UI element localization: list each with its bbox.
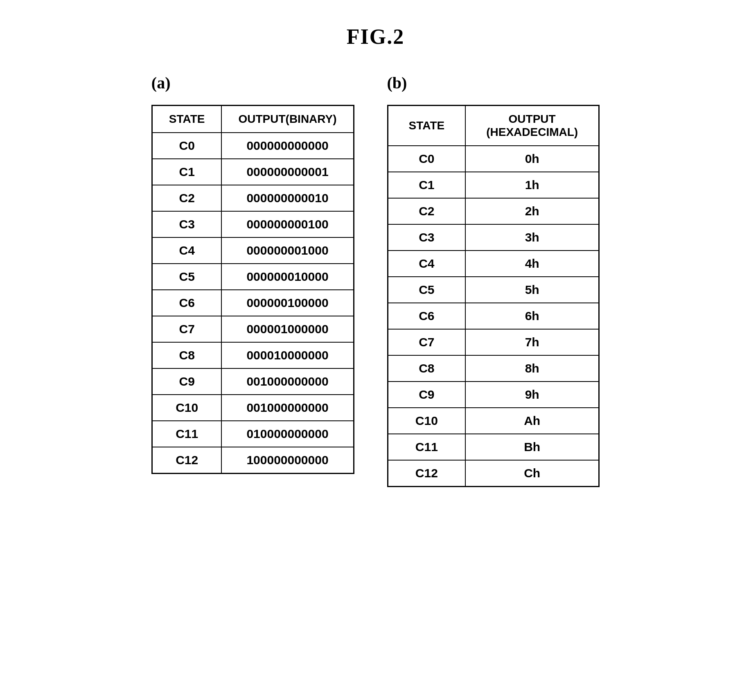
section-a: (a) STATE OUTPUT(BINARY) C0000000000000C… [151, 73, 354, 474]
table-row: C33h [388, 224, 599, 251]
state-cell: C2 [388, 198, 465, 224]
output-cell: 100000000000 [221, 447, 354, 474]
output-cell: 000001000000 [221, 316, 354, 342]
output-cell: 000000000100 [221, 211, 354, 237]
table-row: C9001000000000 [152, 368, 354, 395]
table-row: C11Bh [388, 434, 599, 460]
table-b: STATE OUTPUT (HEXADECIMAL) C00hC11hC22hC… [387, 105, 600, 487]
table-row: C88h [388, 355, 599, 382]
table-row: C11010000000000 [152, 421, 354, 447]
output-cell: 000000000000 [221, 133, 354, 159]
table-row: C99h [388, 382, 599, 408]
state-cell: C6 [388, 303, 465, 329]
table-row: C1000000000001 [152, 159, 354, 185]
state-cell: C3 [152, 211, 221, 237]
state-cell: C4 [388, 251, 465, 277]
state-cell: C0 [152, 133, 221, 159]
output-cell: 000010000000 [221, 342, 354, 368]
output-cell: 000000010000 [221, 264, 354, 290]
output-cell: Ch [465, 460, 599, 487]
output-cell: 001000000000 [221, 395, 354, 421]
output-cell: 7h [465, 329, 599, 355]
output-cell: 1h [465, 172, 599, 198]
state-cell: C3 [388, 224, 465, 251]
output-cell: 000000001000 [221, 237, 354, 264]
state-cell: C1 [152, 159, 221, 185]
table-row: C22h [388, 198, 599, 224]
output-cell: 000000000001 [221, 159, 354, 185]
table-row: C10Ah [388, 408, 599, 434]
table-row: C12Ch [388, 460, 599, 487]
state-cell: C5 [388, 277, 465, 303]
state-cell: C1 [388, 172, 465, 198]
section-b: (b) STATE OUTPUT (HEXADECIMAL) C00hC11hC… [387, 73, 600, 487]
table-row: C8000010000000 [152, 342, 354, 368]
state-cell: C11 [388, 434, 465, 460]
state-cell: C2 [152, 185, 221, 211]
state-cell: C5 [152, 264, 221, 290]
output-cell: 5h [465, 277, 599, 303]
table-a-col1-header: STATE [152, 106, 221, 133]
table-row: C12100000000000 [152, 447, 354, 474]
table-a: STATE OUTPUT(BINARY) C0000000000000C1000… [151, 105, 354, 474]
state-cell: C11 [152, 421, 221, 447]
state-cell: C10 [152, 395, 221, 421]
output-cell: 8h [465, 355, 599, 382]
output-cell: 3h [465, 224, 599, 251]
output-cell: 010000000000 [221, 421, 354, 447]
state-cell: C6 [152, 290, 221, 316]
table-row: C11h [388, 172, 599, 198]
table-row: C3000000000100 [152, 211, 354, 237]
output-cell: 000000100000 [221, 290, 354, 316]
state-cell: C0 [388, 146, 465, 172]
table-row: C0000000000000 [152, 133, 354, 159]
table-row: C4000000001000 [152, 237, 354, 264]
page-title: FIG.2 [347, 25, 404, 49]
state-cell: C12 [388, 460, 465, 487]
table-row: C5000000010000 [152, 264, 354, 290]
table-a-col2-header: OUTPUT(BINARY) [221, 106, 354, 133]
output-cell: 4h [465, 251, 599, 277]
state-cell: C8 [152, 342, 221, 368]
state-cell: C9 [388, 382, 465, 408]
table-row: C10001000000000 [152, 395, 354, 421]
state-cell: C10 [388, 408, 465, 434]
output-cell: Ah [465, 408, 599, 434]
table-b-col2-header: OUTPUT (HEXADECIMAL) [465, 106, 599, 146]
output-cell: 001000000000 [221, 368, 354, 395]
output-cell: Bh [465, 434, 599, 460]
output-cell: 6h [465, 303, 599, 329]
section-a-label: (a) [151, 73, 171, 93]
state-cell: C12 [152, 447, 221, 474]
table-row: C6000000100000 [152, 290, 354, 316]
table-row: C44h [388, 251, 599, 277]
output-cell: 9h [465, 382, 599, 408]
table-row: C00h [388, 146, 599, 172]
table-row: C2000000000010 [152, 185, 354, 211]
table-row: C55h [388, 277, 599, 303]
state-cell: C8 [388, 355, 465, 382]
output-cell: 0h [465, 146, 599, 172]
table-row: C66h [388, 303, 599, 329]
state-cell: C7 [388, 329, 465, 355]
content-area: (a) STATE OUTPUT(BINARY) C0000000000000C… [33, 73, 718, 487]
state-cell: C7 [152, 316, 221, 342]
table-row: C77h [388, 329, 599, 355]
output-cell: 000000000010 [221, 185, 354, 211]
table-b-col1-header: STATE [388, 106, 465, 146]
table-row: C7000001000000 [152, 316, 354, 342]
state-cell: C4 [152, 237, 221, 264]
output-cell: 2h [465, 198, 599, 224]
section-b-label: (b) [387, 73, 407, 93]
state-cell: C9 [152, 368, 221, 395]
